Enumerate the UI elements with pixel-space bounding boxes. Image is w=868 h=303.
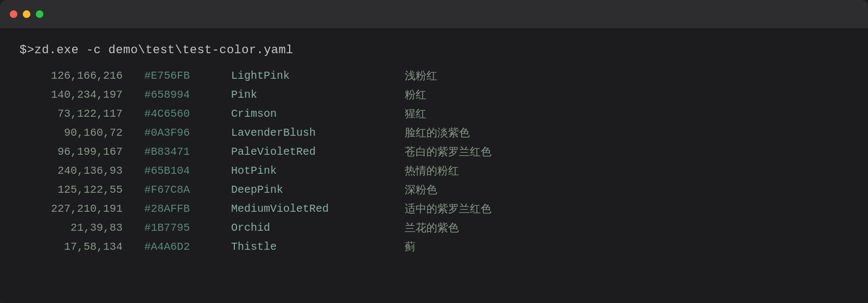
col-color-name: HotPink (231, 165, 405, 177)
col-color-name: PaleVioletRed (231, 146, 405, 158)
col-color-name: Thistle (231, 241, 405, 253)
col-color-name: MediumVioletRed (231, 203, 405, 215)
col-hex: #1B7795 (144, 222, 231, 234)
table-row: 227,210,191#28AFFBMediumVioletRed适中的紫罗兰红… (20, 200, 848, 218)
col-hex: #E756FB (144, 70, 231, 82)
col-color-name: Pink (231, 89, 405, 101)
col-rgb: 96,199,167 (20, 146, 144, 158)
minimize-button[interactable] (23, 10, 30, 18)
terminal-content: $>zd.exe -c demo\test\test-color.yaml 12… (0, 28, 868, 303)
title-bar (0, 0, 868, 28)
col-hex: #4C6560 (144, 108, 231, 120)
col-color-name: LightPink (231, 70, 405, 82)
table-row: 21,39,83#1B7795Orchid兰花的紫色 (20, 219, 848, 237)
table-row: 125,122,55#F67C8ADeepPink深粉色 (20, 181, 848, 199)
col-rgb: 17,58,134 (20, 241, 144, 253)
col-color-name: Orchid (231, 222, 405, 234)
col-chinese: 热情的粉红 (405, 163, 622, 178)
col-hex: #65B104 (144, 165, 231, 177)
col-color-name: Crimson (231, 108, 405, 120)
close-button[interactable] (10, 10, 17, 18)
table-row: 90,160,72#0A3F96LavenderBlush脸红的淡紫色 (20, 124, 848, 142)
col-rgb: 73,122,117 (20, 108, 144, 120)
terminal-window: $>zd.exe -c demo\test\test-color.yaml 12… (0, 0, 868, 303)
col-chinese: 深粉色 (405, 182, 622, 197)
col-rgb: 125,122,55 (20, 184, 144, 196)
col-chinese: 脸红的淡紫色 (405, 125, 622, 140)
command-line: $>zd.exe -c demo\test\test-color.yaml (20, 43, 848, 57)
col-hex: #B83471 (144, 146, 231, 158)
col-hex: #658994 (144, 89, 231, 101)
col-chinese: 兰花的紫色 (405, 220, 622, 235)
col-rgb: 240,136,93 (20, 165, 144, 177)
table-row: 126,166,216#E756FBLightPink浅粉红 (20, 67, 848, 85)
table-row: 73,122,117#4C6560Crimson猩红 (20, 105, 848, 123)
table-row: 17,58,134#A4A6D2Thistle蓟 (20, 238, 848, 256)
col-rgb: 21,39,83 (20, 222, 144, 234)
col-chinese: 蓟 (405, 239, 622, 254)
col-rgb: 140,234,197 (20, 89, 144, 101)
col-hex: #A4A6D2 (144, 241, 231, 253)
col-chinese: 苍白的紫罗兰红色 (405, 144, 622, 159)
col-chinese: 适中的紫罗兰红色 (405, 201, 622, 216)
col-hex: #F67C8A (144, 184, 231, 196)
maximize-button[interactable] (36, 10, 43, 18)
col-chinese: 猩红 (405, 106, 622, 121)
col-color-name: DeepPink (231, 184, 405, 196)
col-chinese: 浅粉红 (405, 68, 622, 83)
color-table: 126,166,216#E756FBLightPink浅粉红140,234,19… (20, 67, 848, 256)
table-row: 96,199,167#B83471PaleVioletRed苍白的紫罗兰红色 (20, 143, 848, 161)
col-rgb: 227,210,191 (20, 203, 144, 215)
col-hex: #28AFFB (144, 203, 231, 215)
col-color-name: LavenderBlush (231, 127, 405, 139)
table-row: 240,136,93#65B104HotPink热情的粉红 (20, 162, 848, 180)
table-row: 140,234,197#658994Pink粉红 (20, 86, 848, 104)
col-hex: #0A3F96 (144, 127, 231, 139)
col-rgb: 90,160,72 (20, 127, 144, 139)
col-chinese: 粉红 (405, 87, 622, 102)
col-rgb: 126,166,216 (20, 70, 144, 82)
